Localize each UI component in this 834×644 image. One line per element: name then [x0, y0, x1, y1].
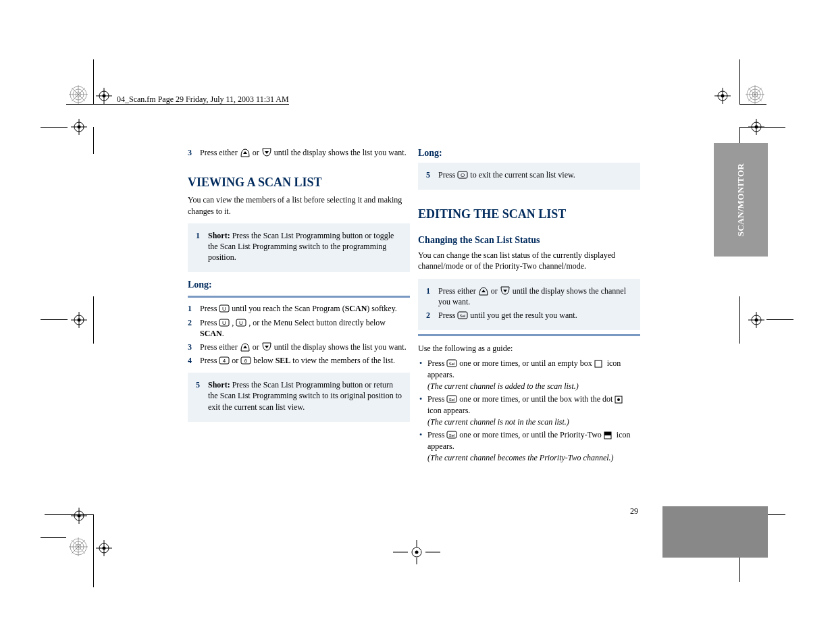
step-text: until the display shows the list you wan… [274, 342, 407, 352]
step-text: or [253, 148, 261, 157]
svg-text:4: 4 [223, 358, 226, 364]
step-text: to exit the current scan list view. [470, 170, 575, 180]
step-text: Press either [200, 342, 240, 352]
sel-key-icon: Sel [446, 394, 457, 404]
step-text: to view the members of the list. [290, 356, 395, 365]
svg-point-73 [415, 551, 419, 554]
long-procedure-box: Press O to exit the current scan list vi… [418, 163, 640, 190]
svg-rect-90 [595, 360, 602, 367]
svg-text:U: U [239, 320, 243, 326]
down-key-icon [261, 148, 272, 157]
down-key-icon [500, 286, 511, 296]
svg-text:Sel: Sel [449, 362, 455, 366]
svg-text:Sel: Sel [449, 398, 455, 402]
menu-key-icon: U [219, 318, 230, 327]
list-item: Short: Press the Scan List Programming b… [196, 379, 402, 412]
step-text: ) softkey. [367, 304, 397, 313]
svg-text:U: U [222, 306, 226, 312]
step-text: Press [438, 311, 457, 320]
step-text: Press [200, 304, 219, 313]
up-key-icon [478, 286, 489, 296]
page-header-text: 04_Scan.fm Page 29 Friday, July 11, 2003… [117, 95, 289, 105]
step-text: until the display shows the list you wan… [274, 148, 407, 157]
paragraph: You can change the scan list status of t… [418, 250, 640, 271]
down-key-icon [261, 342, 272, 352]
register-mark-icon [96, 88, 112, 104]
short-procedure-box: Short: Press the Scan List Programming b… [188, 223, 410, 273]
section-tab-label: SCAN/MONITOR [735, 163, 746, 236]
svg-text:6: 6 [244, 358, 248, 364]
register-mark-center [393, 540, 440, 564]
register-mark-icon [748, 312, 764, 328]
step-text: Press [427, 358, 446, 368]
step-text: until you get the result you want. [470, 311, 577, 320]
note: (The current channel is not in the scan … [427, 417, 640, 427]
step-text: Press either [438, 286, 478, 296]
paragraph: You can view the members of a list befor… [188, 194, 410, 216]
rosette-icon [69, 85, 88, 104]
softkey-sel: SEL [276, 356, 291, 365]
list-item: Press O to exit the current scan list vi… [426, 169, 632, 180]
list-item: Press either or until the display shows … [426, 286, 632, 307]
step-text: one or more times, or until an empty box [459, 358, 594, 368]
step-3: Press either or until the display shows … [188, 147, 410, 158]
softkey-scan: SCAN [200, 329, 222, 338]
paragraph: Use the following as a guide: [418, 343, 640, 354]
step-text: or [232, 356, 240, 365]
step-text: , or the Menu Select button directly bel… [249, 318, 386, 327]
rosette-icon [746, 85, 764, 104]
step-text: Press the Scan List Programming button o… [208, 380, 402, 411]
step-text: Press the Scan List Programming button o… [208, 231, 394, 262]
right-key-icon: 6 [240, 356, 251, 365]
up-key-icon [240, 148, 251, 157]
register-mark-icon [96, 540, 112, 556]
long-label: Long: [418, 147, 640, 160]
svg-text:Sel: Sel [460, 314, 466, 318]
step-text: Press [200, 356, 219, 365]
step-text: Press [427, 394, 446, 404]
empty-box-icon [594, 360, 605, 369]
sel-key-icon: Sel [446, 430, 457, 439]
step-text: . [222, 329, 224, 338]
note: (The current channel becomes the Priorit… [427, 452, 640, 463]
step-text: Press [427, 430, 446, 439]
step-text: one or more times, or until the Priority… [459, 430, 603, 439]
procedure-box: Press either or until the display shows … [418, 279, 640, 331]
svg-point-94 [617, 398, 620, 401]
short-procedure-box: Short: Press the Scan List Programming b… [188, 373, 410, 422]
step-text: or [253, 342, 261, 352]
list-item: Press U until you reach the Scan Program… [188, 303, 410, 314]
left-key-icon: 4 [219, 356, 230, 365]
column-right: Long: Press O to exit the current scan l… [418, 147, 640, 525]
up-key-icon [240, 342, 251, 352]
rule [418, 334, 640, 336]
heading-viewing-scan-list: VIEWING A SCAN LIST [188, 174, 410, 190]
section-tab: SCAN/MONITOR [714, 143, 768, 257]
content-columns: Press either or until the display shows … [188, 147, 640, 525]
step-text: icon appears. [427, 406, 470, 415]
note: (The current channel is added to the sca… [427, 381, 640, 392]
register-mark-icon [71, 119, 87, 135]
step-text: Press either [200, 148, 240, 157]
register-mark-icon [714, 88, 731, 104]
list-item: Short: Press the Scan List Programming b… [196, 230, 402, 263]
list-item: Press Sel one or more times, or until an… [418, 358, 640, 391]
svg-text:Sel: Sel [449, 433, 455, 437]
step-text: one or more times, or until the box with… [459, 394, 615, 404]
list-item: Press U , U , or the Menu Select button … [188, 317, 410, 339]
priority-two-icon [604, 431, 615, 441]
register-mark-icon [71, 312, 87, 328]
svg-text:O: O [461, 172, 465, 178]
heading-editing-scan-list: EDITING THE SCAN LIST [418, 206, 640, 222]
list-item: Press either or until the display shows … [188, 342, 410, 352]
footer-grey-block [662, 506, 768, 558]
step-text: below [253, 356, 275, 365]
list-item: Press Sel until you get the result you w… [426, 310, 632, 321]
sel-key-icon: Sel [457, 311, 468, 320]
register-mark-icon [71, 508, 87, 524]
rosette-icon [69, 537, 88, 556]
list-item: Press 4 or 6 below SEL to view the membe… [188, 355, 410, 366]
svg-rect-98 [604, 432, 611, 435]
rule [188, 296, 410, 298]
svg-text:U: U [222, 320, 226, 326]
